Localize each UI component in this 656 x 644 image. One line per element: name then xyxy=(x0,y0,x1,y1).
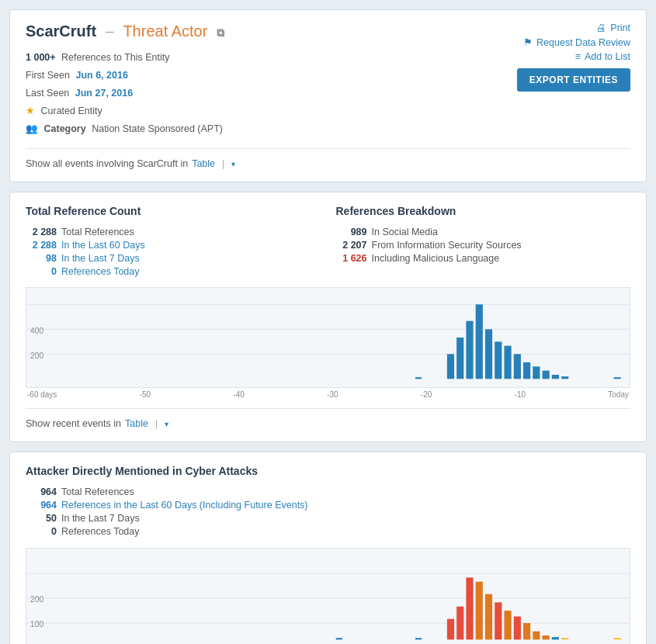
entity-header-card: ScarCruft – Threat Actor ⧉ 1 000+ Refere… xyxy=(9,9,647,182)
entity-type: Threat Actor xyxy=(123,23,207,40)
last-seen-val: Jun 27, 2016 xyxy=(75,88,133,99)
add-to-list-label: Add to List xyxy=(585,51,630,62)
show-events-dropdown-icon[interactable]: ▾ xyxy=(231,160,235,168)
cyber-chart-svg: 200 100 xyxy=(26,549,630,644)
stat-num-7days: 98 xyxy=(26,253,57,264)
svg-rect-39 xyxy=(561,638,568,639)
entity-name: ScarCruft xyxy=(26,23,96,40)
references-label: References to This Entity xyxy=(61,52,169,63)
curated-row: ★ Curated Entity xyxy=(26,103,517,119)
show-events-table-link[interactable]: Table xyxy=(192,158,215,169)
total-ref-left: Total Reference Count 2 288 Total Refere… xyxy=(26,205,321,279)
x-label-20: -20 xyxy=(421,390,432,399)
cyber-stat-total: 964 Total References xyxy=(26,486,630,497)
cyber-num-total: 964 xyxy=(26,486,57,497)
stat-num-social: 989 xyxy=(336,227,367,237)
cyber-num-7days: 50 xyxy=(26,513,57,524)
total-ref-chart-svg: 400 200 xyxy=(26,288,630,387)
svg-rect-38 xyxy=(552,637,559,639)
list-icon: ≡ xyxy=(575,51,581,62)
entity-header: ScarCruft – Threat Actor ⧉ 1 000+ Refere… xyxy=(26,23,630,139)
total-ref-divider xyxy=(26,408,630,409)
svg-rect-8 xyxy=(466,321,473,379)
stat-today: 0 References Today xyxy=(26,266,321,277)
flag-icon: ⚑ xyxy=(523,36,533,48)
header-divider xyxy=(26,148,630,149)
stat-num-infosec: 2 207 xyxy=(336,240,367,251)
x-label-30: -30 xyxy=(327,390,338,399)
stat-label-social: In Social Media xyxy=(372,227,438,237)
show-recent-dropdown-icon[interactable]: ▾ xyxy=(165,420,168,428)
svg-rect-12 xyxy=(504,346,511,379)
svg-rect-17 xyxy=(552,375,559,379)
svg-text:100: 100 xyxy=(30,620,43,628)
entity-title: ScarCruft – Threat Actor ⧉ xyxy=(26,23,517,40)
printer-icon: 🖨 xyxy=(596,23,606,33)
total-ref-title: Total Reference Count xyxy=(26,205,321,217)
svg-rect-26 xyxy=(415,638,422,639)
x-label-10: -10 xyxy=(515,390,526,399)
stat-num-60days: 2 288 xyxy=(26,240,57,251)
cyber-stat-7days: 50 In the Last 7 Days xyxy=(26,513,630,524)
svg-rect-29 xyxy=(466,577,473,639)
cyber-num-today: 0 xyxy=(26,526,57,537)
print-link[interactable]: 🖨 Print xyxy=(596,23,630,33)
star-icon: ★ xyxy=(26,106,35,116)
cyber-stat-60days: 964 References in the Last 60 Days (Incl… xyxy=(26,500,630,511)
show-recent-table-link[interactable]: Table xyxy=(125,418,148,429)
stats-two-col: Total Reference Count 2 288 Total Refere… xyxy=(26,205,630,279)
svg-rect-5 xyxy=(415,377,422,379)
breakdown-title: References Breakdown xyxy=(336,205,631,217)
cyber-label-total: Total References xyxy=(61,486,134,497)
svg-rect-14 xyxy=(523,362,530,379)
svg-rect-27 xyxy=(447,619,454,640)
cyber-label-60days: References in the Last 60 Days (Includin… xyxy=(61,500,308,511)
cyber-attacks-title: Attacker Directly Mentioned in Cyber Att… xyxy=(26,465,630,477)
references-count: 1 000+ xyxy=(26,52,56,63)
add-to-list-link[interactable]: ≡ Add to List xyxy=(575,51,630,62)
svg-rect-15 xyxy=(533,366,540,379)
svg-rect-19 xyxy=(614,377,621,379)
stat-social: 989 In Social Media xyxy=(336,227,631,237)
first-seen-label: First Seen xyxy=(26,70,70,81)
svg-rect-28 xyxy=(456,607,463,640)
stat-label-60days: In the Last 60 Days xyxy=(61,240,145,251)
svg-rect-13 xyxy=(514,354,521,379)
total-ref-right: References Breakdown 989 In Social Media… xyxy=(336,205,631,279)
stat-7days: 98 In the Last 7 Days xyxy=(26,253,321,264)
x-label-40: -40 xyxy=(233,390,244,399)
curated-label: Curated Entity xyxy=(40,106,102,116)
external-link-icon[interactable]: ⧉ xyxy=(217,26,224,39)
chart-x-labels: -60 days -50 -40 -30 -20 -10 Today xyxy=(26,390,630,399)
entity-meta-right: 🖨 Print ⚑ Request Data Review ≡ Add to L… xyxy=(517,23,630,92)
first-seen-val: Jun 6, 2016 xyxy=(75,70,127,81)
entity-dash: – xyxy=(106,23,114,40)
stat-num-today: 0 xyxy=(26,266,57,277)
request-review-link[interactable]: ⚑ Request Data Review xyxy=(523,36,630,48)
x-label-60: -60 days xyxy=(27,390,57,399)
svg-text:400: 400 xyxy=(30,326,43,334)
svg-rect-37 xyxy=(543,635,550,639)
x-label-50: -50 xyxy=(140,390,151,399)
cyber-stat-today: 0 References Today xyxy=(26,526,630,537)
svg-rect-31 xyxy=(485,594,492,640)
svg-text:200: 200 xyxy=(30,595,43,604)
stat-infosec: 2 207 From Information Security Sources xyxy=(336,240,631,251)
stat-label-malicious: Including Malicious Language xyxy=(372,253,500,264)
stat-60days: 2 288 In the Last 60 Days xyxy=(26,240,321,251)
svg-rect-9 xyxy=(476,304,483,379)
svg-rect-16 xyxy=(543,371,550,379)
print-label: Print xyxy=(610,23,630,33)
cyber-num-60days: 964 xyxy=(26,500,57,511)
category-row: 👥 Category Nation State Sponsored (APT) xyxy=(26,121,517,137)
show-events-prefix: Show all events involving ScarCruft in xyxy=(26,158,188,169)
svg-rect-7 xyxy=(456,338,463,379)
svg-rect-6 xyxy=(447,354,454,379)
svg-rect-35 xyxy=(523,623,530,639)
category-label: Category xyxy=(43,123,85,134)
stat-label-7days: In the Last 7 Days xyxy=(61,253,140,264)
svg-text:200: 200 xyxy=(30,351,43,359)
export-entities-button[interactable]: EXPORT ENTITIES xyxy=(517,68,630,92)
category-val: Nation State Sponsored (APT) xyxy=(92,123,223,134)
stat-total-refs: 2 288 Total References xyxy=(26,227,321,237)
